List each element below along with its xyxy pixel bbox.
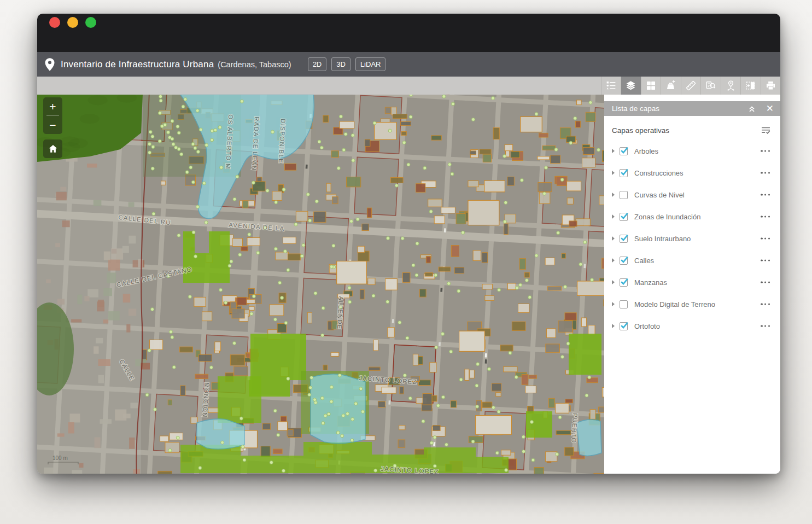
zoom-in-button[interactable]: + <box>43 97 62 115</box>
main-content: CALLE DEL RUAVENIDA DE LAJACINTO LOPEZJA… <box>37 95 780 474</box>
tool-near-me-button[interactable] <box>721 77 741 95</box>
layer-row-suelo-intraurbano: Suelo Intraurbano <box>604 228 780 249</box>
toggle-all-layers-icon[interactable] <box>760 125 772 136</box>
layer-menu-button[interactable] <box>760 257 771 263</box>
collapse-panel-icon[interactable] <box>746 103 757 114</box>
minimize-window-button[interactable] <box>67 17 78 28</box>
view-2d-button[interactable]: 2D <box>308 57 327 71</box>
layer-expand-caret[interactable] <box>612 193 615 197</box>
layer-list: ArbolesConstruccionesCurvas de NivelZona… <box>604 140 780 337</box>
layer-label: Arboles <box>634 147 658 155</box>
layer-checkbox-suelo-intraurbano[interactable] <box>620 235 628 243</box>
operational-layers-section: Capas operativas <box>604 125 780 136</box>
layer-label: Modelo Digital de Terreno <box>634 300 715 308</box>
layer-label: Manzanas <box>634 278 667 287</box>
zoom-out-button[interactable]: − <box>43 116 62 134</box>
layer-label: Calles <box>634 257 654 265</box>
app-subtitle: (Cardenas, Tabasco) <box>218 60 291 69</box>
tool-query-button[interactable] <box>700 77 721 95</box>
layer-menu-button[interactable] <box>760 301 771 307</box>
layer-expand-caret[interactable] <box>612 149 615 153</box>
layer-expand-caret[interactable] <box>612 324 615 328</box>
layer-label: Zonas de Inundación <box>634 213 700 221</box>
legend-icon <box>605 80 617 91</box>
layer-label: Construcciones <box>634 169 684 177</box>
layer-panel-header: Lista de capas ✕ <box>604 101 780 116</box>
layer-checkbox-construcciones[interactable] <box>620 169 628 177</box>
map-canvas[interactable]: CALLE DEL RUAVENIDA DE LAJACINTO LOPEZJA… <box>37 95 604 474</box>
desktop: { "colors": { "accent_check": "#3cb4d8",… <box>0 0 812 524</box>
tool-print-button[interactable] <box>761 77 781 95</box>
layer-expand-caret[interactable] <box>612 236 615 241</box>
query-icon <box>705 80 716 91</box>
home-icon <box>48 144 58 154</box>
layers-icon <box>625 80 636 91</box>
layer-checkbox-calles[interactable] <box>620 257 628 265</box>
tool-add-data-button[interactable] <box>661 77 681 95</box>
layer-row-modelo-digital-de-terreno: Modelo Digital de Terreno <box>604 293 780 315</box>
window-titlebar <box>37 14 780 52</box>
location-pin-icon <box>44 57 55 72</box>
satellite-map[interactable]: CALLE DEL RUAVENIDA DE LAJACINTO LOPEZJA… <box>37 95 604 474</box>
layer-list-panel: Lista de capas ✕ Capas operativas Arbole… <box>604 95 780 474</box>
layer-expand-caret[interactable] <box>612 214 615 219</box>
layer-row-manzanas: Manzanas <box>604 271 780 293</box>
layer-checkbox-arboles[interactable] <box>620 147 628 155</box>
home-button[interactable] <box>43 139 62 158</box>
layer-row-curvas-de-nivel: Curvas de Nivel <box>604 184 780 206</box>
layer-expand-caret[interactable] <box>612 280 615 284</box>
zoom-control: + − <box>43 97 62 134</box>
tool-measure-button[interactable] <box>681 77 701 95</box>
add-data-icon <box>665 80 676 91</box>
app-header: Inventario de Infraestructura Urbana (Ca… <box>37 52 780 77</box>
basemap-gallery-icon <box>645 80 657 91</box>
layer-expand-caret[interactable] <box>612 258 615 263</box>
layer-checkbox-modelo-digital-de-terreno[interactable] <box>620 300 628 308</box>
window-controls <box>49 17 96 28</box>
layer-expand-caret[interactable] <box>612 171 615 175</box>
print-icon <box>765 80 776 91</box>
measure-icon <box>685 80 697 91</box>
tool-legend-button[interactable] <box>601 77 621 95</box>
layer-label: Curvas de Nivel <box>634 191 685 199</box>
view-3d-button[interactable]: 3D <box>331 57 350 71</box>
layer-checkbox-curvas-de-nivel[interactable] <box>620 191 628 199</box>
layer-menu-button[interactable] <box>760 323 771 329</box>
layer-menu-button[interactable] <box>760 170 771 176</box>
close-panel-icon[interactable]: ✕ <box>766 104 774 113</box>
tool-basemap-gallery-button[interactable] <box>641 77 661 95</box>
layer-label: Suelo Intraurbano <box>634 235 691 243</box>
layer-row-ortofoto: Ortofoto <box>604 315 780 337</box>
view-lidar-button[interactable]: LiDAR <box>355 57 386 71</box>
layer-expand-caret[interactable] <box>612 302 615 306</box>
section-title: Capas operativas <box>612 126 669 135</box>
swipe-icon <box>745 80 756 91</box>
close-window-button[interactable] <box>49 17 60 28</box>
scale-bar-label: 100 m <box>52 455 68 461</box>
layer-label: Ortofoto <box>634 322 660 330</box>
layer-checkbox-ortofoto[interactable] <box>620 322 628 330</box>
tool-layer-list-button[interactable] <box>621 77 641 95</box>
layer-menu-button[interactable] <box>760 279 771 285</box>
tool-swipe-button[interactable] <box>740 77 761 95</box>
near-me-icon <box>725 80 737 91</box>
view-mode-buttons: 2D3DLiDAR <box>308 57 386 71</box>
layer-checkbox-manzanas[interactable] <box>620 278 628 287</box>
layer-checkbox-zonas-de-inundacion[interactable] <box>620 213 628 221</box>
layer-menu-button[interactable] <box>760 148 771 154</box>
layer-row-calles: Calles <box>604 249 780 271</box>
layer-row-arboles: Arboles <box>604 140 780 162</box>
layer-menu-button[interactable] <box>760 235 771 241</box>
layer-menu-button[interactable] <box>760 191 771 197</box>
app-window: Inventario de Infraestructura Urbana (Ca… <box>37 14 780 474</box>
app-title: Inventario de Infraestructura Urbana <box>61 59 214 70</box>
layer-panel-title: Lista de capas <box>612 104 659 113</box>
layer-row-construcciones: Construcciones <box>604 162 780 184</box>
layer-menu-button[interactable] <box>760 213 771 219</box>
layer-row-zonas-de-inundacion: Zonas de Inundación <box>604 206 780 228</box>
widget-toolbar <box>37 77 780 95</box>
zoom-window-button[interactable] <box>85 17 96 28</box>
